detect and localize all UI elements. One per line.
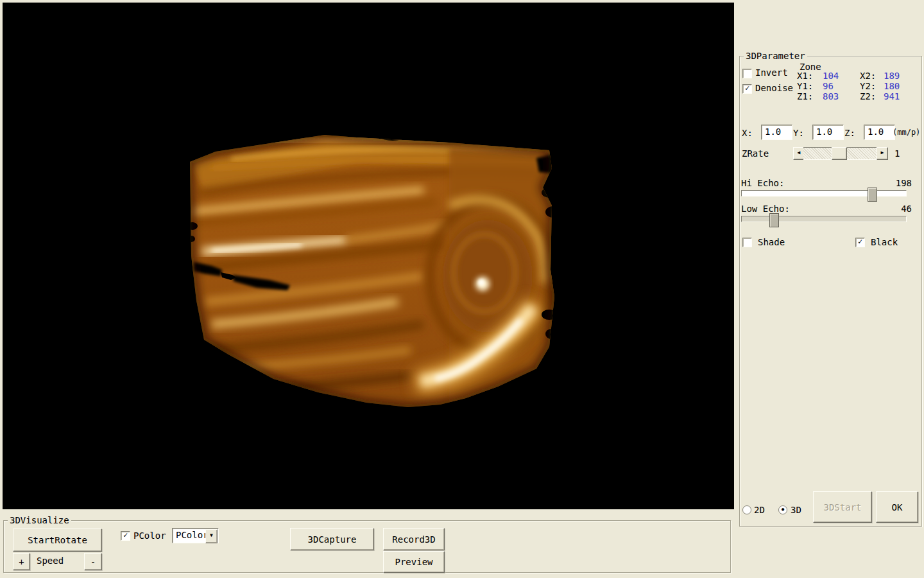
shade-checkbox[interactable] [742, 238, 752, 247]
x-scale-label: X: [742, 128, 753, 138]
zone-x2-value: 189 [884, 71, 900, 81]
zone-z2-label: Z2: [860, 91, 876, 101]
pcolor-select[interactable]: PColor ▼ [172, 528, 219, 543]
zone-x2-label: X2: [860, 71, 876, 81]
mode-3d-radio[interactable]: ● [778, 505, 787, 514]
visualize-group-title: 3DVisualize [8, 515, 71, 525]
pcolor-select-value: PColor [173, 529, 209, 540]
zrate-label: ZRate [742, 148, 769, 159]
y-scale-field[interactable]: 1.0 [812, 125, 844, 140]
parameter-panel: 3DParameter Invert ✓ Denoise Zone X1: 10… [735, 0, 924, 578]
zone-row: Z1: 803 Z2: 941 [797, 91, 919, 101]
chevron-down-icon[interactable]: ▼ [205, 529, 218, 543]
zrate-value: 1 [894, 148, 900, 159]
shade-label: Shade [758, 237, 785, 247]
black-label: Black [871, 237, 898, 247]
pcolor-label: PColor [133, 530, 166, 541]
zone-z1-label: Z1: [797, 91, 813, 101]
black-checkbox[interactable]: ✓ [855, 238, 865, 247]
y-scale-label: Y: [793, 128, 804, 138]
parameter-group-title: 3DParameter [744, 51, 807, 61]
zrate-scrollbar[interactable]: ◀ ▶ [793, 147, 887, 159]
visualize-panel: 3DVisualize StartRotate + Speed - ✓ PCol… [0, 509, 734, 578]
low-echo-slider-track[interactable] [741, 216, 907, 222]
zone-row: Y1: 96 Y2: 180 [797, 81, 919, 91]
preview-button[interactable]: Preview [383, 551, 445, 573]
speed-minus-button[interactable]: - [84, 553, 102, 570]
mode-3d-label: 3D [791, 505, 801, 515]
application-window: 3DParameter Invert ✓ Denoise Zone X1: 10… [0, 0, 924, 578]
volume-render [3, 3, 734, 509]
zone-x1-value: 104 [823, 71, 839, 81]
start-rotate-button[interactable]: StartRotate [13, 529, 102, 552]
low-echo-slider-thumb[interactable] [769, 213, 779, 227]
ok-button[interactable]: OK [876, 491, 918, 523]
denoise-checkbox[interactable]: ✓ [742, 84, 752, 94]
zone-row: X1: 104 X2: 189 [797, 71, 919, 81]
record-button[interactable]: Record3D [383, 528, 445, 550]
mode-2d-label: 2D [754, 505, 765, 515]
pcolor-checkbox[interactable]: ✓ [121, 531, 130, 541]
zone-z2-value: 941 [884, 91, 900, 101]
mode-2d-radio[interactable] [742, 505, 751, 514]
zone-y1-value: 96 [823, 81, 834, 91]
zone-x1-label: X1: [797, 71, 813, 81]
zone-z1-value: 803 [823, 91, 839, 101]
zone-y1-label: Y1: [797, 81, 813, 91]
hi-echo-slider-thumb[interactable] [868, 188, 877, 202]
invert-checkbox[interactable] [742, 69, 752, 78]
low-echo-label: Low Echo: [741, 204, 790, 214]
zone-y2-label: Y2: [860, 81, 876, 91]
zrate-right-arrow[interactable]: ▶ [877, 147, 888, 160]
zrate-thumb[interactable] [832, 147, 847, 160]
capture-button[interactable]: 3DCapture [290, 528, 374, 550]
denoise-label: Denoise [755, 83, 793, 93]
hi-echo-slider-track[interactable] [741, 190, 907, 197]
speed-label: Speed [37, 556, 64, 566]
invert-label: Invert [755, 67, 788, 78]
x-scale-field[interactable]: 1.0 [761, 125, 792, 140]
hi-echo-label: Hi Echo: [741, 178, 784, 188]
zone-y2-value: 180 [884, 81, 900, 91]
hi-echo-value: 198 [883, 178, 912, 188]
start3d-button[interactable]: 3DStart [813, 491, 872, 523]
z-scale-label: Z: [844, 128, 855, 138]
low-echo-value: 46 [883, 204, 912, 214]
speed-plus-button[interactable]: + [13, 553, 30, 570]
render-viewport[interactable] [3, 3, 734, 509]
scale-unit-label: (mm/p) [893, 127, 920, 137]
z-scale-field[interactable]: 1.0 [864, 125, 895, 140]
